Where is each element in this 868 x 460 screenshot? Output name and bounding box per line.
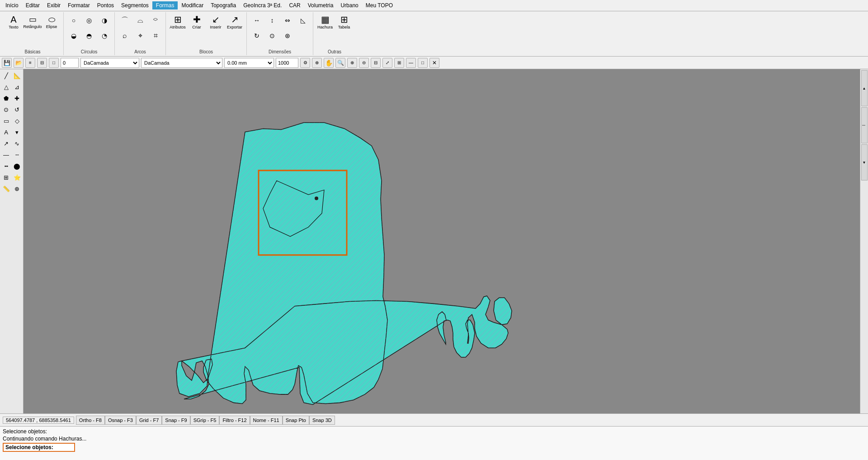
cmd-input-box[interactable]: Selecione objetos:: [3, 443, 75, 452]
tb-dim6[interactable]: ⊙: [265, 28, 279, 43]
lt-wave[interactable]: ∿: [12, 138, 22, 149]
layer-lock-button[interactable]: □: [49, 58, 59, 68]
lt-solid-line[interactable]: —: [1, 149, 11, 160]
tb-circle4[interactable]: ◒: [66, 28, 81, 43]
osnap-button[interactable]: ⊕: [312, 58, 322, 68]
snap-button[interactable]: Snap - F9: [162, 416, 190, 425]
zoom-out2-button[interactable]: ⊟: [371, 58, 381, 68]
tb-retangulo[interactable]: ▭ Retângulo: [24, 13, 42, 31]
linewidth-select[interactable]: 0.00 mm: [224, 58, 274, 68]
lt-text[interactable]: A: [1, 127, 11, 138]
open-button[interactable]: 📂: [14, 58, 24, 68]
save-button[interactable]: 💾: [2, 58, 12, 68]
menu-modificar[interactable]: Modificar: [178, 1, 207, 9]
menu-meutopo[interactable]: Meu TOPO: [362, 1, 396, 9]
zoom-extents-button[interactable]: ⤢: [382, 58, 392, 68]
menu-topografia[interactable]: Topografia: [207, 1, 240, 9]
nome-button[interactable]: Nome - F11: [250, 416, 283, 425]
tb-circle5[interactable]: ◓: [82, 28, 96, 43]
menu-geoincra[interactable]: GeoIncra 3ª Ed.: [240, 1, 285, 9]
osnap-button[interactable]: Osnap - F3: [105, 416, 136, 425]
lt-circle[interactable]: ⊙: [1, 104, 11, 115]
tb-criar[interactable]: ✚ Criar: [188, 13, 206, 31]
tb-dim2[interactable]: ↕: [265, 13, 279, 28]
tb-arc5[interactable]: ⌖: [133, 28, 147, 43]
tb-texto[interactable]: A Texto: [5, 13, 23, 31]
lt-right-triangle[interactable]: ⊿: [12, 81, 22, 92]
lt-triangle[interactable]: △: [1, 81, 11, 92]
tb-inserir[interactable]: ↙ Inserir: [207, 13, 225, 31]
lt-extra[interactable]: ⊕: [12, 183, 22, 194]
zoom-in-button[interactable]: 🔍: [335, 58, 345, 68]
lt-crosshair[interactable]: ✚: [12, 93, 22, 104]
zoom-window-button[interactable]: ⊞: [394, 58, 404, 68]
pan-button[interactable]: ✋: [324, 58, 334, 68]
tb-hachura[interactable]: ▦ Hachura: [316, 13, 334, 31]
layer-number-input[interactable]: [61, 58, 79, 68]
menu-editar[interactable]: Editar: [22, 1, 43, 9]
lt-filled[interactable]: ⬤: [12, 161, 22, 171]
ortho-button[interactable]: Ortho - F8: [76, 416, 105, 425]
lt-rotate[interactable]: ↺: [12, 104, 22, 115]
snap-pto-button[interactable]: Snap Pto: [283, 416, 309, 425]
window-button[interactable]: □: [418, 58, 428, 68]
tb-arc3[interactable]: ⌔: [148, 13, 163, 28]
lt-rect[interactable]: ▭: [1, 115, 11, 126]
zoom-out-button[interactable]: ⊖: [359, 58, 369, 68]
lt-move[interactable]: ↗: [1, 138, 11, 149]
menu-inicio[interactable]: Início: [2, 1, 22, 9]
canvas-area[interactable]: [24, 69, 860, 413]
rt-btn3[interactable]: ▼: [861, 144, 868, 180]
grid-button[interactable]: Grid - F7: [136, 416, 162, 425]
menu-urbano[interactable]: Urbano: [337, 1, 362, 9]
tb-dim5[interactable]: ↻: [250, 28, 264, 43]
tb-circle6[interactable]: ◔: [97, 28, 112, 43]
lt-dotted[interactable]: ╍: [1, 161, 11, 171]
tb-circle2[interactable]: ◎: [82, 13, 96, 28]
lt-polygon[interactable]: ⬟: [1, 93, 11, 104]
rt-btn2[interactable]: |: [861, 107, 868, 143]
lt-arrow[interactable]: ▾: [12, 127, 22, 138]
tb-arc1[interactable]: ⌒: [118, 13, 132, 28]
color-select[interactable]: DaCamada: [80, 58, 139, 68]
filtro-button[interactable]: Filtro - F12: [219, 416, 250, 425]
tb-arc2[interactable]: ⌓: [133, 13, 147, 28]
lt-diamond[interactable]: ◇: [12, 115, 22, 126]
tb-exportar[interactable]: ↗ Exportar: [226, 13, 244, 31]
zoom-in2-button[interactable]: ⊕: [347, 58, 357, 68]
tb-dim4[interactable]: ◺: [296, 13, 310, 28]
tb-tabela[interactable]: ⊞ Tabela: [335, 13, 353, 31]
tb-arc6[interactable]: ⌗: [148, 28, 163, 43]
menu-formatar[interactable]: Formatar: [64, 1, 94, 9]
tb-dim3[interactable]: ⇔: [280, 13, 295, 28]
close-button[interactable]: ✕: [429, 58, 439, 68]
lt-dashed[interactable]: ╌: [12, 149, 22, 160]
lt-angle[interactable]: 📐: [12, 70, 22, 81]
scale-input[interactable]: [276, 58, 298, 68]
rt-btn1[interactable]: ▲: [861, 70, 868, 106]
tb-circle3[interactable]: ◑: [97, 13, 112, 28]
snap-settings-button[interactable]: ⚙: [300, 58, 310, 68]
tb-arc4[interactable]: ⌕: [118, 28, 132, 43]
tb-dim7[interactable]: ⊛: [280, 28, 295, 43]
linetype-select[interactable]: DaCamada: [141, 58, 222, 68]
lt-star[interactable]: ⭐: [12, 172, 22, 183]
tb-circle1[interactable]: ○: [66, 13, 81, 28]
menu-formas[interactable]: Formas: [152, 1, 178, 9]
layer-toggle-button[interactable]: ⊟: [37, 58, 47, 68]
snap-3d-button[interactable]: Snap 3D: [309, 416, 335, 425]
menu-pontos[interactable]: Pontos: [94, 1, 118, 9]
lt-line[interactable]: ╱: [1, 70, 11, 81]
menu-exibir[interactable]: Exibir: [43, 1, 64, 9]
lt-measure[interactable]: 📏: [1, 183, 11, 194]
menu-volumetria[interactable]: Volumetria: [304, 1, 337, 9]
tb-atributos[interactable]: ⊞ Atributos: [169, 13, 187, 31]
menu-car[interactable]: CAR: [285, 1, 304, 9]
menu-segmentos[interactable]: Segmentos: [118, 1, 152, 9]
restore-button[interactable]: —: [406, 58, 416, 68]
lt-grid[interactable]: ⊞: [1, 172, 11, 183]
tb-elipse[interactable]: ⬭ Elipse: [42, 13, 61, 31]
layer-manager-button[interactable]: ≡: [25, 58, 35, 68]
sgrip-button[interactable]: SGrip - F5: [190, 416, 220, 425]
tb-dim1[interactable]: ↔: [250, 13, 264, 28]
